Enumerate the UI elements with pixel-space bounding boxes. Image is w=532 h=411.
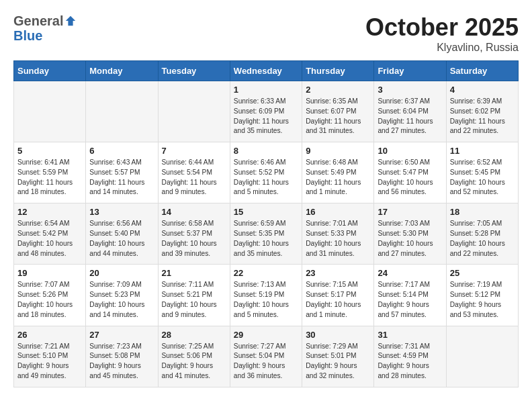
- cell-line: Sunset: 5:01 PM: [306, 351, 370, 361]
- day-number: 20: [89, 268, 154, 278]
- day-number: 9: [306, 146, 370, 156]
- cell-line: Daylight: 10 hours: [17, 300, 82, 310]
- cell-content: Sunrise: 7:15 AMSunset: 5:17 PMDaylight:…: [306, 280, 370, 320]
- cell-line: Sunrise: 7:11 AM: [162, 280, 226, 290]
- week-row-3: 12Sunrise: 6:54 AMSunset: 5:42 PMDayligh…: [14, 203, 519, 265]
- cell-line: Sunrise: 6:54 AM: [17, 219, 82, 229]
- page-header: General Blue October 2025 Klyavlino, Rus…: [13, 13, 519, 54]
- cell-line: Sunrise: 7:09 AM: [89, 280, 154, 290]
- cell-line: Sunrise: 7:07 AM: [17, 280, 82, 290]
- cell-content: Sunrise: 6:35 AMSunset: 6:07 PMDaylight:…: [306, 97, 370, 136]
- cell-line: Daylight: 11 hours: [234, 178, 298, 188]
- cell-content: Sunrise: 6:59 AMSunset: 5:35 PMDaylight:…: [234, 219, 298, 259]
- cell-line: Sunrise: 6:50 AM: [378, 158, 442, 168]
- calendar-cell: 7Sunrise: 6:44 AMSunset: 5:54 PMDaylight…: [158, 142, 230, 203]
- cell-line: Sunset: 5:54 PM: [162, 168, 226, 178]
- calendar-cell: 27Sunrise: 7:23 AMSunset: 5:08 PMDayligh…: [86, 326, 158, 387]
- cell-content: Sunrise: 7:25 AMSunset: 5:06 PMDaylight:…: [162, 342, 226, 381]
- cell-line: Daylight: 10 hours: [162, 300, 226, 310]
- cell-line: Sunrise: 6:58 AM: [162, 219, 226, 229]
- cell-line: and 57 minutes.: [378, 310, 442, 320]
- cell-line: Sunrise: 6:46 AM: [234, 158, 298, 168]
- calendar-cell: 28Sunrise: 7:25 AMSunset: 5:06 PMDayligh…: [158, 326, 230, 387]
- cell-line: Sunset: 5:45 PM: [450, 168, 515, 178]
- cell-line: Sunset: 5:37 PM: [162, 229, 226, 239]
- cell-line: Daylight: 10 hours: [89, 300, 154, 310]
- day-number: 1: [234, 85, 298, 95]
- calendar-table: SundayMondayTuesdayWednesdayThursdayFrid…: [13, 60, 519, 387]
- logo-blue: Blue: [13, 28, 77, 43]
- calendar-cell: 1Sunrise: 6:33 AMSunset: 6:09 PMDaylight…: [230, 81, 302, 142]
- cell-line: and 35 minutes.: [234, 249, 298, 259]
- cell-line: Daylight: 10 hours: [378, 178, 442, 188]
- cell-content: Sunrise: 6:48 AMSunset: 5:49 PMDaylight:…: [306, 158, 370, 197]
- cell-line: Sunrise: 7:29 AM: [306, 342, 370, 352]
- calendar-cell: 19Sunrise: 7:07 AMSunset: 5:26 PMDayligh…: [14, 265, 86, 326]
- cell-line: Sunset: 5:12 PM: [450, 290, 515, 300]
- cell-content: Sunrise: 6:39 AMSunset: 6:02 PMDaylight:…: [450, 97, 515, 136]
- cell-line: Daylight: 11 hours: [89, 178, 154, 188]
- cell-line: Daylight: 10 hours: [234, 300, 298, 310]
- cell-line: Sunrise: 7:13 AM: [234, 280, 298, 290]
- day-number: 14: [162, 207, 226, 217]
- day-number: 23: [306, 268, 370, 278]
- cell-line: Sunset: 5:04 PM: [234, 351, 298, 361]
- cell-line: and 39 minutes.: [162, 249, 226, 259]
- day-number: 15: [234, 207, 298, 217]
- cell-line: Sunrise: 7:25 AM: [162, 342, 226, 352]
- cell-line: and 48 minutes.: [17, 249, 82, 259]
- cell-line: Sunset: 4:59 PM: [378, 351, 442, 361]
- calendar-cell: 31Sunrise: 7:31 AMSunset: 4:59 PMDayligh…: [374, 326, 446, 387]
- cell-content: Sunrise: 6:41 AMSunset: 5:59 PMDaylight:…: [17, 158, 82, 197]
- cell-line: Daylight: 11 hours: [450, 117, 515, 127]
- cell-line: Sunset: 5:21 PM: [162, 290, 226, 300]
- cell-line: Sunrise: 6:39 AM: [450, 97, 515, 107]
- cell-content: Sunrise: 6:43 AMSunset: 5:57 PMDaylight:…: [89, 158, 154, 197]
- calendar-cell: 5Sunrise: 6:41 AMSunset: 5:59 PMDaylight…: [14, 142, 86, 203]
- day-number: 30: [306, 330, 370, 340]
- day-number: 5: [17, 146, 82, 156]
- day-number: 4: [450, 85, 515, 95]
- cell-line: Daylight: 10 hours: [17, 239, 82, 249]
- title-block: October 2025 Klyavlino, Russia: [365, 13, 519, 54]
- calendar-cell: 23Sunrise: 7:15 AMSunset: 5:17 PMDayligh…: [302, 265, 374, 326]
- weekday-header-sunday: Sunday: [14, 61, 86, 81]
- cell-line: Daylight: 11 hours: [17, 178, 82, 188]
- cell-line: Sunrise: 6:56 AM: [89, 219, 154, 229]
- day-number: 24: [378, 268, 442, 278]
- cell-line: Daylight: 9 hours: [89, 361, 154, 371]
- calendar-cell: 6Sunrise: 6:43 AMSunset: 5:57 PMDaylight…: [86, 142, 158, 203]
- day-number: 29: [234, 330, 298, 340]
- cell-content: Sunrise: 7:13 AMSunset: 5:19 PMDaylight:…: [234, 280, 298, 320]
- cell-line: Daylight: 10 hours: [234, 239, 298, 249]
- cell-line: Sunset: 5:59 PM: [17, 168, 82, 178]
- day-number: 10: [378, 146, 442, 156]
- cell-line: and 32 minutes.: [306, 371, 370, 381]
- month-title: October 2025: [365, 13, 519, 42]
- cell-content: Sunrise: 7:23 AMSunset: 5:08 PMDaylight:…: [89, 342, 154, 381]
- calendar-cell: 3Sunrise: 6:37 AMSunset: 6:04 PMDaylight…: [374, 81, 446, 142]
- logo-icon: [64, 15, 77, 27]
- cell-line: Sunrise: 6:41 AM: [17, 158, 82, 168]
- weekday-header-row: SundayMondayTuesdayWednesdayThursdayFrid…: [14, 61, 519, 81]
- cell-line: Sunset: 5:57 PM: [89, 168, 154, 178]
- cell-line: and 36 minutes.: [234, 371, 298, 381]
- cell-line: Sunrise: 6:59 AM: [234, 219, 298, 229]
- cell-line: Sunset: 5:40 PM: [89, 229, 154, 239]
- cell-line: Sunset: 6:02 PM: [450, 107, 515, 117]
- cell-line: Daylight: 10 hours: [450, 178, 515, 188]
- calendar-cell: 29Sunrise: 7:27 AMSunset: 5:04 PMDayligh…: [230, 326, 302, 387]
- cell-line: Sunrise: 6:37 AM: [378, 97, 442, 107]
- day-number: 6: [89, 146, 154, 156]
- cell-line: Sunrise: 6:43 AM: [89, 158, 154, 168]
- day-number: 28: [162, 330, 226, 340]
- cell-line: Sunset: 6:04 PM: [378, 107, 442, 117]
- cell-line: Sunset: 5:33 PM: [306, 229, 370, 239]
- cell-line: Sunset: 6:07 PM: [306, 107, 370, 117]
- calendar-cell: 25Sunrise: 7:19 AMSunset: 5:12 PMDayligh…: [446, 265, 518, 326]
- cell-line: Sunrise: 6:48 AM: [306, 158, 370, 168]
- calendar-cell: 17Sunrise: 7:03 AMSunset: 5:30 PMDayligh…: [374, 203, 446, 265]
- day-number: 12: [17, 207, 82, 217]
- day-number: 17: [378, 207, 442, 217]
- cell-line: and 18 minutes.: [17, 187, 82, 197]
